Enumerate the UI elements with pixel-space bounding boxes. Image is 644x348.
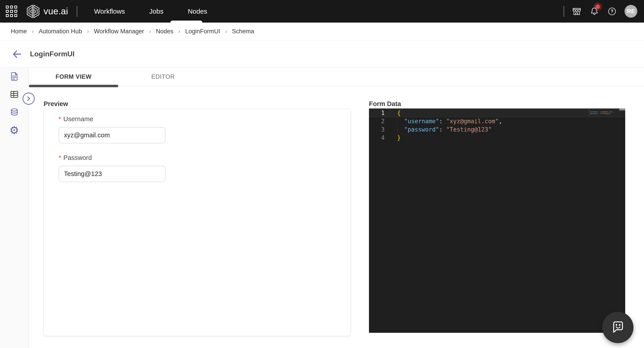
top-bar-right: ? RE xyxy=(564,0,637,22)
minimap-token: "username" xyxy=(589,111,598,113)
body: ⚙ FORM VIEW EDITOR Preview * Username xyxy=(0,68,644,348)
password-label: * Password xyxy=(58,154,350,162)
nav-item-workflows[interactable]: Workflows xyxy=(94,8,125,15)
code-token: , xyxy=(499,118,502,124)
gear-icon[interactable]: ⚙ xyxy=(10,125,19,135)
password-field-group: * Password xyxy=(58,154,350,182)
line-number: 1 xyxy=(369,109,384,117)
content-area: Preview * Username * Password xyxy=(29,87,644,348)
breadcrumb-item-schema: Schema xyxy=(232,28,254,35)
chat-feedback-button[interactable] xyxy=(602,312,634,343)
chevron-right-icon: › xyxy=(32,28,34,35)
chevron-right-icon xyxy=(26,96,32,102)
icons-divider xyxy=(564,6,564,16)
editor-minimap[interactable]: { "username": "xyz@gmail.com", "password… xyxy=(588,109,619,116)
page-header: LoginFormUI xyxy=(0,40,644,68)
breadcrumb-item-nodes[interactable]: Nodes xyxy=(156,28,173,35)
username-label: * Username xyxy=(58,116,350,124)
code-line-3: 3 "password": "Testing@123" xyxy=(369,126,625,134)
vue-ai-logo-icon xyxy=(26,4,40,18)
chevron-right-icon: › xyxy=(178,28,180,35)
top-nav: Workflows Jobs Nodes xyxy=(94,8,207,15)
code-token: { xyxy=(397,110,401,116)
gear-glyph: ⚙ xyxy=(10,125,19,135)
code-token: : xyxy=(439,118,446,124)
breadcrumb-item-loginformui[interactable]: LoginFormUI xyxy=(185,28,220,35)
code-line-4: 4 } xyxy=(369,134,625,142)
minimap-token: } xyxy=(588,114,589,116)
document-icon[interactable] xyxy=(10,72,19,82)
breadcrumb: Home › Automation Hub › Workflow Manager… xyxy=(0,22,644,40)
required-marker: * xyxy=(58,154,61,162)
marketplace-icon[interactable] xyxy=(572,6,582,16)
breadcrumb-item-home[interactable]: Home xyxy=(11,28,27,35)
code-token: : xyxy=(439,126,446,133)
back-button[interactable] xyxy=(12,49,22,60)
code-token: "Testing@123" xyxy=(446,126,492,133)
preview-card: * Username * Password xyxy=(44,109,351,336)
username-label-text: Username xyxy=(63,116,93,123)
page-title: LoginFormUI xyxy=(30,50,74,58)
code-token: } xyxy=(397,134,401,141)
tab-bar: FORM VIEW EDITOR xyxy=(29,68,644,86)
minimap-token: : xyxy=(598,113,600,114)
nav-item-nodes[interactable]: Nodes xyxy=(188,8,207,15)
minimap-token: "xyz@gmail.com" xyxy=(600,111,613,113)
code-token: "username" xyxy=(404,118,439,124)
user-avatar[interactable]: RE xyxy=(624,5,637,18)
line-number: 4 xyxy=(369,134,384,142)
tab-form-view[interactable]: FORM VIEW xyxy=(29,68,118,86)
database-icon[interactable] xyxy=(10,107,19,117)
notifications-bell-icon[interactable] xyxy=(589,6,600,16)
chevron-right-icon: › xyxy=(225,28,227,35)
breadcrumb-item-workflow-manager[interactable]: Workflow Manager xyxy=(94,28,144,35)
left-sidebar: ⚙ xyxy=(0,68,28,348)
username-field-group: * Username xyxy=(58,116,350,143)
username-input[interactable] xyxy=(58,127,166,143)
password-label-text: Password xyxy=(63,154,92,162)
editor-scrollbar[interactable] xyxy=(619,108,625,110)
code-line-2: 2 "username": "xyz@gmail.com", xyxy=(369,117,625,126)
code-line-1: 1 { xyxy=(369,109,625,117)
code-token: "password" xyxy=(404,126,439,133)
nav-divider xyxy=(77,6,77,16)
svg-text:?: ? xyxy=(611,9,613,14)
minimap-token: "Testing@123" xyxy=(600,113,611,114)
code-token: "xyz@gmail.com" xyxy=(446,118,499,124)
code-editor[interactable]: 1 { 2 "username": "xyz@gmail.com", 3 "pa… xyxy=(369,108,625,333)
logo-text: vue.ai xyxy=(44,6,68,16)
vue-ai-logo[interactable]: vue.ai xyxy=(26,4,68,18)
preview-heading: Preview xyxy=(44,100,68,108)
required-marker: * xyxy=(58,116,61,123)
minimap-token: "password" xyxy=(589,113,598,114)
help-icon[interactable]: ? xyxy=(607,6,617,16)
minimap-token: { xyxy=(588,109,589,111)
table-icon[interactable] xyxy=(10,90,19,99)
minimap-divider xyxy=(619,108,619,333)
minimap-token: , xyxy=(613,111,614,113)
chevron-right-icon: › xyxy=(87,28,89,35)
chevron-right-icon: › xyxy=(149,28,151,35)
line-number: 3 xyxy=(369,126,384,134)
password-input[interactable] xyxy=(58,166,166,182)
top-bar: vue.ai Workflows Jobs Nodes xyxy=(0,0,644,22)
sidebar-expand-button[interactable] xyxy=(22,92,35,105)
main-panel: FORM VIEW EDITOR Preview * Username * xyxy=(29,68,644,348)
minimap-token: : xyxy=(598,111,600,113)
arrow-left-icon xyxy=(12,49,22,59)
line-number: 2 xyxy=(369,117,384,126)
form-data-heading: Form Data xyxy=(369,100,401,108)
breadcrumb-item-automation-hub[interactable]: Automation Hub xyxy=(39,28,82,35)
notification-badge xyxy=(596,4,600,9)
active-nav-indicator xyxy=(170,20,202,22)
tab-editor[interactable]: EDITOR xyxy=(118,68,208,86)
chat-smiley-icon xyxy=(610,320,625,335)
nav-item-jobs[interactable]: Jobs xyxy=(149,8,164,15)
apps-grid-icon[interactable] xyxy=(6,6,17,17)
